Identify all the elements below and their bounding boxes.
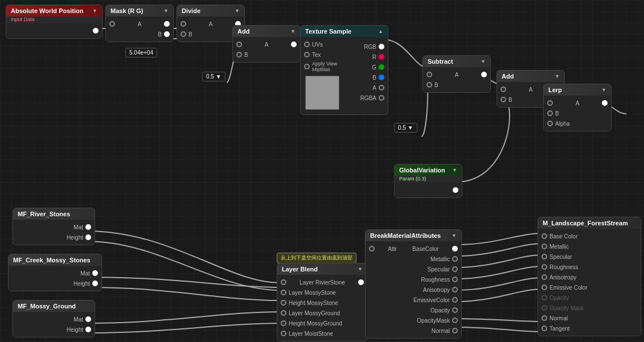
node-header-add1[interactable]: Add ▼ [233,26,300,37]
pin-b-in [501,97,506,102]
pin-normal [452,328,458,333]
pin-row-out [6,26,102,36]
node-break-material-attributes[interactable]: BreakMaterialAttributes ▼ Attr BaseColor… [365,229,462,339]
pin-specular [542,254,547,259]
pin-row-opacitymask: OpacityMask [366,315,461,325]
node-arrow: ▼ [163,8,169,14]
pin-a-out [164,21,170,27]
pin-layer-mossystone [281,290,286,295]
pin-tex [304,52,310,57]
node-header-break-material[interactable]: BreakMaterialAttributes ▼ [366,230,461,241]
node-title: GlobalVariation [399,167,445,174]
pin-a [379,85,384,90]
pin-in [109,21,115,27]
node-title: BreakMaterialAttributes [370,232,441,239]
node-header-m-landscape[interactable]: M_Landscape_ForestStream [538,217,641,229]
pin-row-r: R [355,52,388,62]
pin-roughness [452,277,458,282]
pin-row-b: B [423,80,490,90]
node-title: Absolute World Position [11,7,84,14]
pin-height [85,234,91,240]
pin-uvs [304,42,310,47]
pin-basecolor [452,246,458,252]
pin-row-a: A [233,39,300,50]
pin-a-in [547,100,553,106]
node-absolute-world-position[interactable]: Absolute World Position ▼ Input Data [6,5,102,39]
pin-row-a: A [106,19,173,29]
node-header-mf-river-stones[interactable]: MF_River_Stones [13,208,95,220]
pin-row-normal: Normal [366,325,461,336]
node-header-mask-rg[interactable]: Mask (R G) ▼ [106,5,173,17]
node-layer-blend[interactable]: Layer Blend ▼ Layer RivierStone Layer Mo… [277,263,368,341]
pin-base-color [542,233,547,239]
pin-apply-mip [304,64,310,69]
node-header-layer-blend[interactable]: Layer Blend ▼ [277,263,367,275]
node-mask-rg[interactable]: Mask (R G) ▼ A B [105,5,174,42]
value-5-04e04[interactable]: 5.04e+04 [125,48,157,57]
value-0-5-add1[interactable]: 0.5 ▼ [202,72,225,81]
node-subtitle: Input Data [6,17,102,23]
pin-row-rgba: RGBA [355,93,388,103]
pin-row-tangent: Tangent [538,323,641,333]
pin-row-a: A [423,69,490,80]
pin-anisotropy [542,274,547,280]
node-header-divide[interactable]: Divide ▼ [177,5,244,17]
pin-mat [85,224,91,230]
pin-mat [92,270,98,276]
pin-row-opacity: Opacity [366,305,461,315]
pin-height-mossystone [281,300,286,306]
node-header-subtract[interactable]: Subtract ▼ [423,56,490,67]
pin-rgb [379,44,384,50]
pin-out [481,72,487,77]
pin-normal [542,315,547,321]
node-header-add2[interactable]: Add ▼ [497,71,564,82]
node-title: Mask (R G) [110,7,143,14]
pin-row-uvs: UVs [301,39,355,50]
pin-metallic [542,244,547,249]
layer-blend-tooltip: 从上到下是空间位置由底到顶部 [277,253,356,263]
node-m-landscape-forest-stream[interactable]: M_Landscape_ForestStream Base Color Meta… [538,217,641,336]
node-arrow: ▼ [235,8,240,14]
pin-b-in [547,110,553,116]
pin-rgba [379,95,384,101]
node-mf-river-stones[interactable]: MF_River_Stones Mat Height [13,208,95,245]
node-mf-mossy-ground[interactable]: MF_Mossy_Ground Mat Height [13,300,95,337]
node-texture-sample[interactable]: Texture Sample ▲ UVs Tex Apply View MipB… [300,25,388,115]
node-add1[interactable]: Add ▼ A B [232,25,301,63]
pin-row-emissive: EmissiveColor [366,295,461,305]
pin-opacity [542,295,547,300]
node-lerp[interactable]: Lerp ▼ A B Alpha [543,84,612,131]
node-header-global-variation[interactable]: GlobalVariation ▼ [395,164,462,176]
pin-layer-mossyground [281,310,286,316]
pin-row-anisotropy: Anisotropy [366,285,461,295]
node-arrow: ▼ [290,28,296,34]
node-header-absolute-world-position[interactable]: Absolute World Position ▼ [6,5,102,17]
node-header-mf-creek-mossy[interactable]: MF_Creek_Mossy_Stones [9,254,101,266]
node-global-variation[interactable]: GlobalVariation ▼ Param (0.3) [394,164,462,198]
pin-out [453,187,458,193]
pin-attr-in [369,246,375,252]
node-header-lerp[interactable]: Lerp ▼ [544,84,611,96]
pin-row-layer-moiststone: Layer MoistStone [277,328,367,339]
node-mf-creek-mossy-stones[interactable]: MF_Creek_Mossy_Stones Mat Height [8,254,102,291]
node-subtract[interactable]: Subtract ▼ A B [423,55,491,93]
pin-mat [85,316,91,322]
pin-row-mat: Mat [13,222,95,232]
node-title: MF_Creek_Mossy_Stones [13,257,91,263]
node-arrow: ▼ [481,59,486,64]
pin-row-tex: Tex [301,50,355,60]
pin-row-metallic: Metallic [366,254,461,264]
pin-row-emissive-color: Emissive Color [538,282,641,292]
value-0-5-subtract[interactable]: 0.5 ▼ [394,123,417,133]
node-title: Lerp [548,86,562,93]
pin-row-height-mossyground: Height MossyGround [277,318,367,328]
pin-out [291,42,297,47]
node-title: Subtract [428,58,453,65]
node-header-mf-mossy-ground[interactable]: MF_Mossy_Ground [13,300,95,312]
pin-out [358,279,364,285]
node-header-texture-sample[interactable]: Texture Sample ▲ [301,26,388,37]
pin-alpha-in [547,121,553,126]
pin-row-alpha: Alpha [544,118,611,129]
node-arrow: ▼ [92,8,97,14]
pin-a-in [181,21,186,27]
